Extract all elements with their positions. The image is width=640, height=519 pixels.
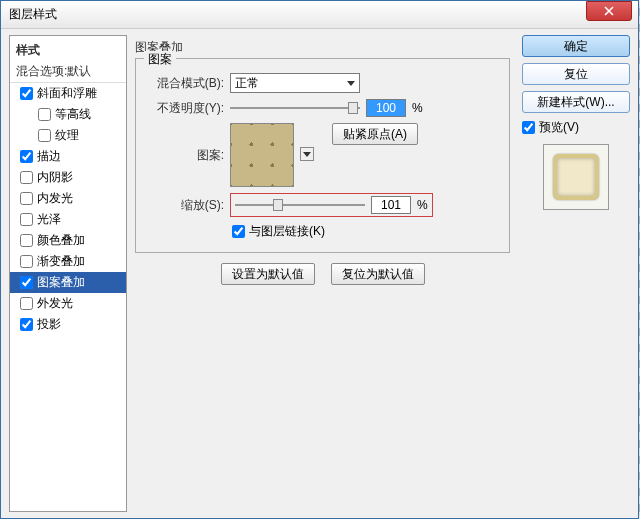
style-item-label: 渐变叠加 [37, 253, 85, 270]
blend-mode-dropdown[interactable]: 正常 [230, 73, 360, 93]
style-item-5[interactable]: 内发光 [10, 188, 126, 209]
style-item-label: 内阴影 [37, 169, 73, 186]
preview-label: 预览(V) [539, 119, 579, 136]
style-item-0[interactable]: 斜面和浮雕 [10, 83, 126, 104]
percent-label: % [417, 198, 428, 212]
style-item-2[interactable]: 纹理 [10, 125, 126, 146]
close-icon [604, 6, 614, 16]
style-item-label: 图案叠加 [37, 274, 85, 291]
opacity-input[interactable] [366, 99, 406, 117]
style-item-8[interactable]: 渐变叠加 [10, 251, 126, 272]
style-item-4[interactable]: 内阴影 [10, 167, 126, 188]
style-checkbox[interactable] [38, 129, 51, 142]
link-with-layer-checkbox[interactable] [232, 225, 245, 238]
blend-mode-label: 混合模式(B): [146, 75, 230, 92]
style-checkbox[interactable] [38, 108, 51, 121]
style-item-label: 等高线 [55, 106, 91, 123]
center-panel: 图案叠加 图案 混合模式(B): 正常 不透明度(Y): [127, 35, 518, 512]
style-item-1[interactable]: 等高线 [10, 104, 126, 125]
set-default-button[interactable]: 设置为默认值 [221, 263, 315, 285]
chevron-down-icon [303, 152, 311, 157]
scale-highlight-box: % [230, 193, 433, 217]
style-checkbox[interactable] [20, 318, 33, 331]
new-style-button[interactable]: 新建样式(W)... [522, 91, 630, 113]
right-panel: 确定 复位 新建样式(W)... 预览(V) [518, 35, 630, 512]
style-item-11[interactable]: 投影 [10, 314, 126, 335]
scale-label: 缩放(S): [146, 197, 230, 214]
pattern-label: 图案: [146, 147, 230, 164]
section-title: 图案叠加 [135, 39, 510, 56]
pattern-swatch[interactable] [230, 123, 294, 187]
style-item-3[interactable]: 描边 [10, 146, 126, 167]
style-item-label: 投影 [37, 316, 61, 333]
scale-input[interactable] [371, 196, 411, 214]
style-checkbox[interactable] [20, 87, 33, 100]
preview-thumbnail [553, 154, 599, 200]
chevron-down-icon [347, 81, 355, 86]
blend-options-defaults[interactable]: 混合选项:默认 [10, 61, 126, 83]
titlebar: 图层样式 [1, 1, 638, 29]
styles-header: 样式 [10, 40, 126, 61]
opacity-slider-thumb[interactable] [348, 102, 358, 114]
style-item-label: 描边 [37, 148, 61, 165]
style-item-label: 内发光 [37, 190, 73, 207]
style-item-9[interactable]: 图案叠加 [10, 272, 126, 293]
pattern-fieldset: 图案 混合模式(B): 正常 不透明度(Y): % [135, 58, 510, 253]
style-item-label: 光泽 [37, 211, 61, 228]
style-item-label: 颜色叠加 [37, 232, 85, 249]
style-checkbox[interactable] [20, 192, 33, 205]
ok-button[interactable]: 确定 [522, 35, 630, 57]
style-checkbox[interactable] [20, 276, 33, 289]
window-title: 图层样式 [9, 6, 57, 23]
preview-checkbox[interactable] [522, 121, 535, 134]
close-button[interactable] [586, 1, 632, 21]
layer-style-dialog: 图层样式 样式 混合选项:默认 斜面和浮雕等高线纹理描边内阴影内发光光泽颜色叠加… [0, 0, 639, 519]
style-checkbox[interactable] [20, 255, 33, 268]
style-item-label: 纹理 [55, 127, 79, 144]
percent-label: % [412, 101, 423, 115]
styles-list: 样式 混合选项:默认 斜面和浮雕等高线纹理描边内阴影内发光光泽颜色叠加渐变叠加图… [9, 35, 127, 512]
snap-origin-button[interactable]: 贴紧原点(A) [332, 123, 418, 145]
style-item-6[interactable]: 光泽 [10, 209, 126, 230]
style-checkbox[interactable] [20, 171, 33, 184]
pattern-dropdown[interactable] [300, 147, 314, 161]
scale-slider-thumb[interactable] [273, 199, 283, 211]
style-item-label: 外发光 [37, 295, 73, 312]
preview-box [543, 144, 609, 210]
dialog-body: 样式 混合选项:默认 斜面和浮雕等高线纹理描边内阴影内发光光泽颜色叠加渐变叠加图… [1, 29, 638, 518]
style-checkbox[interactable] [20, 150, 33, 163]
scale-slider[interactable] [235, 198, 365, 212]
style-item-10[interactable]: 外发光 [10, 293, 126, 314]
blend-mode-value: 正常 [235, 75, 259, 92]
link-with-layer-label: 与图层链接(K) [249, 223, 325, 240]
reset-default-button[interactable]: 复位为默认值 [331, 263, 425, 285]
fieldset-legend: 图案 [144, 51, 176, 68]
style-item-label: 斜面和浮雕 [37, 85, 97, 102]
style-checkbox[interactable] [20, 213, 33, 226]
style-item-7[interactable]: 颜色叠加 [10, 230, 126, 251]
style-checkbox[interactable] [20, 234, 33, 247]
opacity-label: 不透明度(Y): [146, 100, 230, 117]
style-checkbox[interactable] [20, 297, 33, 310]
opacity-slider[interactable] [230, 101, 360, 115]
cancel-button[interactable]: 复位 [522, 63, 630, 85]
